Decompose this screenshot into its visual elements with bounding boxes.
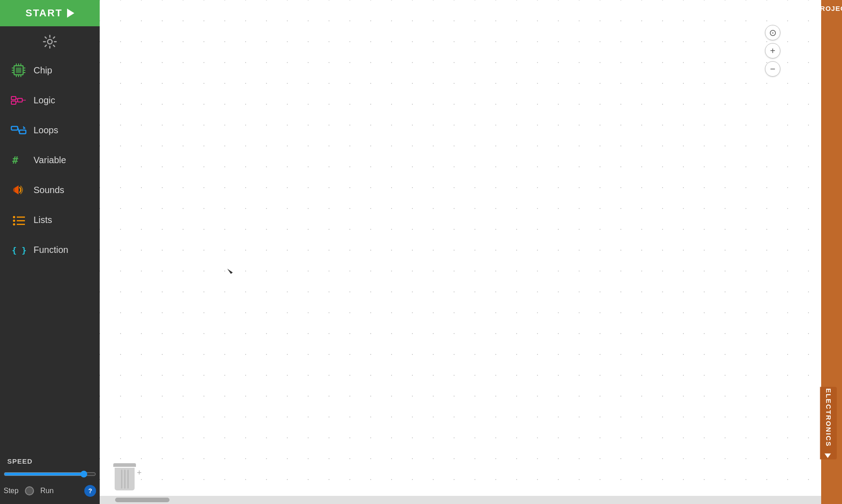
svg-rect-22 xyxy=(19,130,26,134)
svg-point-0 xyxy=(48,39,52,44)
gear-icon xyxy=(43,34,57,49)
sidebar-item-loops[interactable]: Loops xyxy=(0,115,100,145)
variable-icon: # xyxy=(10,151,27,169)
projects-tab[interactable]: PROJECTS xyxy=(821,0,842,17)
start-button[interactable]: START xyxy=(0,0,100,26)
logic-label: Logic xyxy=(34,95,55,106)
sidebar-item-chip[interactable]: Chip xyxy=(0,55,100,85)
trash-body xyxy=(115,468,135,490)
sidebar: START xyxy=(0,0,100,504)
locate-icon: ⊙ xyxy=(769,27,777,38)
run-label: Run xyxy=(40,487,53,495)
trash-lid xyxy=(113,463,136,467)
play-icon xyxy=(67,9,74,18)
electronics-tab[interactable]: ELECTRONICS xyxy=(820,387,837,459)
svg-rect-2 xyxy=(16,68,21,73)
scroll-thumb[interactable] xyxy=(115,498,169,502)
chip-icon xyxy=(10,62,27,79)
electronics-arrow-icon xyxy=(824,453,831,458)
dot-grid xyxy=(100,0,821,490)
lists-label: Lists xyxy=(34,215,52,225)
svg-point-26 xyxy=(13,216,15,218)
settings-button[interactable] xyxy=(0,26,100,53)
trash-can[interactable]: + xyxy=(113,463,136,490)
start-label: START xyxy=(25,7,63,19)
sounds-icon xyxy=(10,181,27,199)
svg-point-25 xyxy=(13,188,17,192)
zoom-in-icon: + xyxy=(770,46,775,56)
trash-line xyxy=(127,470,129,489)
svg-rect-17 xyxy=(18,98,22,102)
sidebar-item-lists[interactable]: Lists xyxy=(0,205,100,235)
locate-button[interactable]: ⊙ xyxy=(765,25,780,40)
speed-slider[interactable] xyxy=(4,470,96,478)
svg-text:#: # xyxy=(12,155,19,166)
trash-line xyxy=(124,470,126,489)
projects-label: PROJECTS xyxy=(815,5,842,12)
sounds-label: Sounds xyxy=(34,185,64,195)
zoom-in-button[interactable]: + xyxy=(765,43,780,58)
svg-point-28 xyxy=(13,220,15,222)
zoom-out-button[interactable]: − xyxy=(765,61,780,77)
sidebar-item-logic[interactable]: Logic xyxy=(0,85,100,115)
trash-plus-icon: + xyxy=(137,468,142,478)
svg-point-30 xyxy=(13,223,15,226)
svg-text:{ }: { } xyxy=(12,246,27,255)
help-button[interactable]: ? xyxy=(84,485,96,497)
speed-label: SPEED xyxy=(7,457,33,465)
step-toggle[interactable] xyxy=(25,486,34,495)
svg-rect-16 xyxy=(11,101,16,104)
sidebar-item-function[interactable]: { } Function xyxy=(0,235,100,265)
svg-rect-21 xyxy=(11,126,18,130)
sidebar-item-sounds[interactable]: Sounds xyxy=(0,175,100,205)
speed-section: SPEED xyxy=(0,450,100,469)
zoom-controls: ⊙ + − xyxy=(765,25,780,77)
logic-icon xyxy=(10,92,27,109)
electronics-label: ELECTRONICS xyxy=(825,388,832,447)
step-run-row: Step Run ? xyxy=(0,483,100,504)
trash-line xyxy=(121,470,122,489)
function-icon: { } xyxy=(10,241,27,258)
zoom-out-icon: − xyxy=(770,64,775,74)
svg-rect-15 xyxy=(11,97,16,100)
canvas-area[interactable]: ⊙ + − + xyxy=(100,0,821,504)
speed-slider-row xyxy=(0,469,100,483)
projects-arrow-icon xyxy=(808,5,813,12)
loops-icon xyxy=(10,121,27,139)
horizontal-scrollbar[interactable] xyxy=(100,496,821,504)
step-label: Step xyxy=(4,487,19,495)
function-label: Function xyxy=(34,245,68,255)
nav-items: Chip Logic xyxy=(0,53,100,450)
lists-icon xyxy=(10,211,27,228)
chip-label: Chip xyxy=(34,65,52,76)
loops-label: Loops xyxy=(34,125,58,136)
sidebar-item-variable[interactable]: # Variable xyxy=(0,145,100,175)
variable-label: Variable xyxy=(34,155,66,165)
projects-panel: PROJECTS ELECTRONICS xyxy=(821,0,842,504)
